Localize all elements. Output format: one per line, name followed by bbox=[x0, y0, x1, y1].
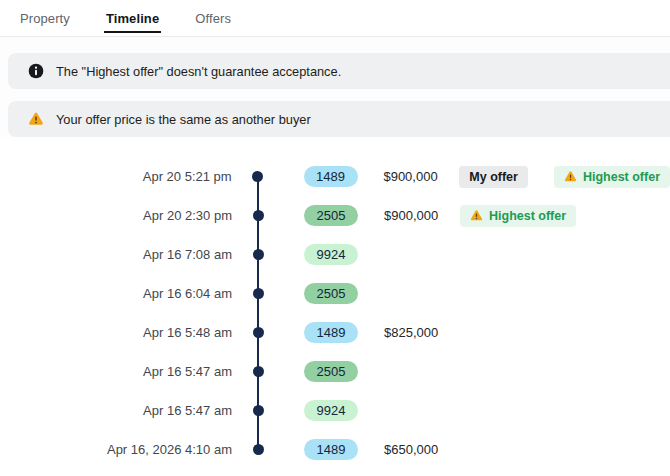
timeline-row: Apr 16 7:08 am 9924 bbox=[0, 235, 670, 274]
timeline-node bbox=[232, 444, 284, 455]
timeline-dot-icon bbox=[253, 366, 264, 377]
offer-timestamp: Apr 16 5:47 am bbox=[0, 403, 232, 418]
warning-icon bbox=[470, 209, 483, 222]
bidder-cell: 2505 bbox=[284, 361, 384, 382]
tab-timeline[interactable]: Timeline bbox=[104, 0, 161, 33]
offer-timeline: Apr 20 5:21 pm 1489 $900,000 My offer Hi… bbox=[0, 157, 670, 469]
tab-property[interactable]: Property bbox=[18, 0, 72, 33]
bidder-id-pill[interactable]: 9924 bbox=[304, 400, 358, 421]
offer-price: $825,000 bbox=[384, 325, 460, 340]
timeline-row: Apr 16, 2026 4:10 am 1489 $650,000 bbox=[0, 430, 670, 469]
highest-offer-badge[interactable]: Highest offer bbox=[554, 166, 670, 188]
bidder-id-pill[interactable]: 9924 bbox=[304, 244, 358, 265]
timeline-node bbox=[232, 327, 284, 338]
timeline-node bbox=[232, 288, 284, 299]
badge-label: Highest offer bbox=[583, 170, 660, 184]
notice-banners: The "Highest offer" doesn't guarantee ac… bbox=[0, 37, 670, 137]
timeline-dot-icon bbox=[252, 171, 263, 182]
timeline-row: Apr 20 2:30 pm 2505 $900,000 Highest off… bbox=[0, 196, 670, 235]
bidder-cell: 1489 bbox=[284, 166, 384, 187]
warning-icon bbox=[28, 111, 44, 127]
offer-timestamp: Apr 16 5:47 am bbox=[0, 364, 232, 379]
offer-price: $900,000 bbox=[383, 169, 459, 184]
timeline-node bbox=[232, 249, 284, 260]
timeline-row: Apr 16 5:47 am 9924 bbox=[0, 391, 670, 430]
tab-offers[interactable]: Offers bbox=[193, 0, 233, 33]
bidder-id-pill[interactable]: 2505 bbox=[304, 283, 358, 304]
timeline-node bbox=[232, 366, 284, 377]
timeline-row: Apr 20 5:21 pm 1489 $900,000 My offer Hi… bbox=[0, 157, 670, 196]
offer-timestamp: Apr 16 6:04 am bbox=[0, 286, 232, 301]
offer-price: $650,000 bbox=[384, 442, 460, 457]
badge-label: My offer bbox=[469, 170, 518, 184]
highest-offer-badge[interactable]: Highest offer bbox=[460, 205, 576, 227]
timeline-row: Apr 16 5:48 am 1489 $825,000 bbox=[0, 313, 670, 352]
timeline-node bbox=[232, 210, 284, 221]
timeline-row: Apr 16 6:04 am 2505 bbox=[0, 274, 670, 313]
bidder-cell: 1489 bbox=[284, 322, 384, 343]
bidder-id-pill[interactable]: 1489 bbox=[304, 439, 358, 460]
tab-bar: PropertyTimelineOffers bbox=[0, 0, 670, 37]
warning-icon bbox=[28, 111, 44, 127]
my-offer-badge[interactable]: My offer bbox=[459, 166, 528, 188]
offer-timestamp: Apr 16, 2026 4:10 am bbox=[0, 442, 232, 457]
bidder-cell: 1489 bbox=[284, 439, 384, 460]
offer-timestamp: Apr 16 7:08 am bbox=[0, 247, 232, 262]
timeline-node bbox=[232, 171, 284, 182]
timeline-rows: Apr 20 5:21 pm 1489 $900,000 My offer Hi… bbox=[0, 157, 670, 469]
offer-badges: My offer Highest offer bbox=[459, 166, 670, 188]
bidder-id-pill[interactable]: 2505 bbox=[304, 361, 358, 382]
offer-timestamp: Apr 16 5:48 am bbox=[0, 325, 232, 340]
offer-timestamp: Apr 20 5:21 pm bbox=[0, 169, 232, 184]
info-icon bbox=[28, 63, 44, 79]
notice-text: Your offer price is the same as another … bbox=[56, 112, 311, 127]
bidder-cell: 9924 bbox=[284, 400, 384, 421]
timeline-dot-icon bbox=[253, 249, 264, 260]
timeline-dot-icon bbox=[253, 210, 264, 221]
offer-timestamp: Apr 20 2:30 pm bbox=[0, 208, 232, 223]
timeline-dot-icon bbox=[253, 327, 264, 338]
bidder-cell: 2505 bbox=[284, 205, 384, 226]
offer-badges: Highest offer bbox=[460, 205, 576, 227]
bidder-cell: 2505 bbox=[284, 283, 384, 304]
timeline-dot-icon bbox=[253, 444, 264, 455]
timeline-dot-icon bbox=[253, 405, 264, 416]
notice-banner: Your offer price is the same as another … bbox=[8, 101, 670, 137]
info-icon bbox=[28, 63, 44, 79]
notice-banner: The "Highest offer" doesn't guarantee ac… bbox=[8, 53, 670, 89]
bidder-id-pill[interactable]: 2505 bbox=[304, 205, 358, 226]
notice-text: The "Highest offer" doesn't guarantee ac… bbox=[56, 64, 341, 79]
warning-icon bbox=[564, 170, 577, 183]
bidder-id-pill[interactable]: 1489 bbox=[304, 166, 358, 187]
timeline-row: Apr 16 5:47 am 2505 bbox=[0, 352, 670, 391]
bidder-id-pill[interactable]: 1489 bbox=[304, 322, 358, 343]
bidder-cell: 9924 bbox=[284, 244, 384, 265]
warning-icon bbox=[470, 209, 483, 222]
offer-price: $900,000 bbox=[384, 208, 460, 223]
timeline-node bbox=[232, 405, 284, 416]
warning-icon bbox=[564, 170, 577, 183]
timeline-dot-icon bbox=[253, 288, 264, 299]
badge-label: Highest offer bbox=[489, 209, 566, 223]
